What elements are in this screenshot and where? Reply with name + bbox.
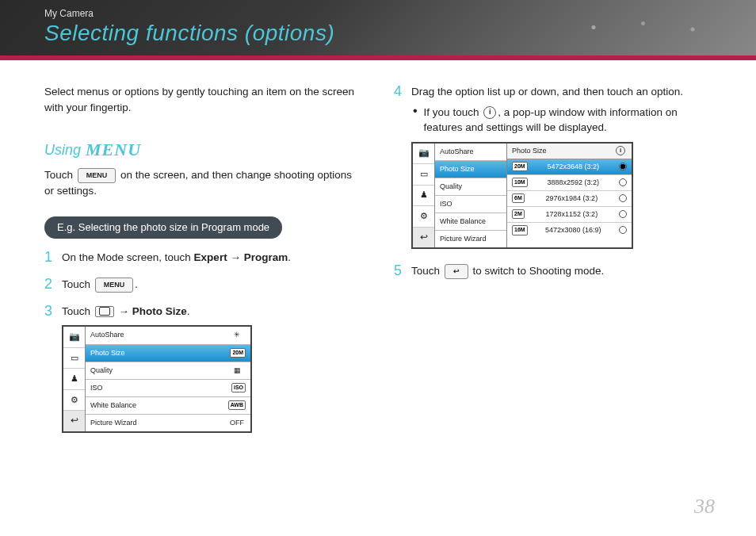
photo-size-label: Photo Size	[132, 305, 187, 317]
arrow: →	[116, 305, 132, 317]
side-gear-icon: ⚙	[63, 390, 85, 411]
label: AutoShare	[440, 147, 474, 157]
step-2: 2 Touch MENU.	[44, 277, 362, 293]
back-arrow-icon: ↩	[71, 414, 78, 427]
menu-item-whitebalance: White Balance	[435, 213, 506, 231]
section-heading: Using MENU	[44, 137, 362, 163]
example-pill: E.g. Selecting the photo size in Program…	[44, 216, 282, 239]
t: Touch	[62, 278, 94, 290]
section-subtext: Touch MENU on the screen, and then chang…	[44, 167, 362, 199]
program-label: Program	[244, 251, 288, 263]
menu-item-iso: ISO	[435, 196, 506, 213]
size-badge: 16M	[512, 225, 528, 235]
step-5: 5 Touch ↩ to switch to Shooting mode.	[394, 263, 712, 279]
page-number: 38	[694, 495, 715, 519]
side-video-icon: ▭	[413, 164, 434, 185]
size-badge: 2M	[512, 209, 525, 219]
right-column: 4 Drag the option list up or down, and t…	[394, 84, 712, 444]
t: If you touch	[424, 106, 483, 118]
step-1: 1 On the Mode screen, touch Expert → Pro…	[44, 250, 362, 266]
back-arrow-icon: ↩	[420, 231, 428, 244]
step-4-bullet: • If you touch i, a pop-up window with i…	[413, 105, 712, 136]
radio-on-icon	[619, 163, 627, 170]
panel-title: Photo Size	[512, 146, 547, 156]
label: ISO	[440, 199, 452, 209]
menu-item-quality: Quality	[435, 178, 506, 196]
label: Picture Wizard	[440, 234, 487, 244]
info-icon: i	[483, 106, 496, 119]
side-user-icon: ♟	[413, 186, 434, 206]
size-option: 6M2976x1984 (3:2)	[507, 191, 632, 207]
t: to switch to Shooting mode.	[470, 265, 605, 277]
left-column: Select menus or options by gently touchi…	[44, 84, 362, 444]
label: Quality	[440, 182, 462, 192]
sub-a: Touch	[44, 169, 76, 181]
label: ISO	[90, 383, 103, 393]
menu-item-photosize: Photo Size	[435, 161, 506, 178]
panel-header: Photo Size i	[507, 144, 632, 159]
bullet-dot-icon: •	[413, 105, 418, 136]
step-body: Drag the option list up or down, and the…	[411, 84, 712, 249]
arrow: →	[227, 251, 244, 263]
menu-item-quality: Quality▦	[86, 362, 250, 380]
side-back-icon: ↩	[63, 411, 85, 431]
label: White Balance	[90, 400, 136, 411]
side-gear-icon: ⚙	[413, 206, 434, 227]
menu-item-picturewizard: Picture Wizard	[435, 231, 506, 247]
side-camera-icon: 📷	[413, 144, 434, 164]
size-option: 20M5472x3648 (3:2)	[507, 159, 632, 175]
step-number: 5	[394, 263, 403, 278]
label: Picture Wizard	[90, 418, 137, 428]
t: .	[187, 305, 190, 317]
breadcrumb: My Camera	[44, 8, 756, 19]
radio-off-icon	[619, 226, 627, 234]
menu-item-iso: ISOISO	[86, 380, 250, 397]
size-badge: 20M	[512, 162, 528, 171]
menu-item-autoshare: AutoShare	[435, 144, 506, 161]
autoshare-icon: ✳	[228, 330, 246, 340]
t: On the Mode screen, touch	[62, 251, 194, 263]
awb-icon: AWB	[228, 400, 246, 410]
mock-sidebar: 📷 ▭ ♟ ⚙ ↩	[63, 327, 86, 431]
t: .	[135, 278, 138, 290]
label: Photo Size	[440, 164, 475, 174]
mock-screen-2: 📷 ▭ ♟ ⚙ ↩ AutoShare Photo Size Quality I…	[411, 142, 633, 249]
menu-badge-icon: MENU	[78, 168, 116, 183]
quality-icon: ▦	[228, 366, 246, 376]
size-option: 2M1728x1152 (3:2)	[507, 207, 632, 223]
side-back-icon: ↩	[413, 228, 434, 247]
mock-menu-list: AutoShare✳ Photo Size20M Quality▦ ISOISO…	[86, 327, 250, 431]
back-arrow-icon: ↩	[453, 266, 460, 277]
side-user-icon: ♟	[63, 369, 85, 389]
step-body: Touch → Photo Size. 📷 ▭ ♟ ⚙ ↩ AutoShare✳…	[62, 304, 362, 433]
radio-off-icon	[619, 194, 627, 202]
menu-word: MENU	[86, 137, 141, 163]
step-body: On the Mode screen, touch Expert → Progr…	[62, 250, 362, 266]
camera-icon	[95, 306, 114, 317]
menu-item-whitebalance: White BalanceAWB	[86, 397, 250, 415]
page-header: My Camera Selecting functions (options)	[0, 0, 756, 60]
label: White Balance	[440, 216, 486, 227]
size-badge: 10M	[512, 178, 528, 187]
step-number: 2	[44, 277, 54, 291]
label: AutoShare	[90, 330, 124, 340]
side-camera-icon: 📷	[63, 327, 85, 347]
menu-badge-icon: MENU	[95, 278, 134, 293]
off-icon: OFF	[228, 418, 246, 428]
info-icon: i	[616, 146, 625, 155]
radio-off-icon	[619, 210, 627, 218]
t: Drag the option list up or down, and the…	[411, 86, 683, 98]
back-button-icon: ↩	[445, 264, 468, 279]
step-4: 4 Drag the option list up or down, and t…	[394, 84, 712, 249]
size-label: 3888x2592 (3:2)	[548, 178, 600, 188]
size-label: 5472x3080 (16:9)	[545, 225, 601, 235]
size-badge: 20M	[230, 348, 246, 358]
section-heading-prefix: Using	[44, 140, 81, 160]
size-option: 10M3888x2592 (3:2)	[507, 175, 632, 191]
menu-item-autoshare: AutoShare✳	[86, 327, 250, 344]
expert-label: Expert	[194, 251, 227, 263]
intro-text: Select menus or options by gently touchi…	[44, 84, 362, 115]
step-number: 3	[44, 304, 54, 318]
iso-icon: ISO	[231, 383, 246, 392]
label: Quality	[90, 366, 113, 376]
